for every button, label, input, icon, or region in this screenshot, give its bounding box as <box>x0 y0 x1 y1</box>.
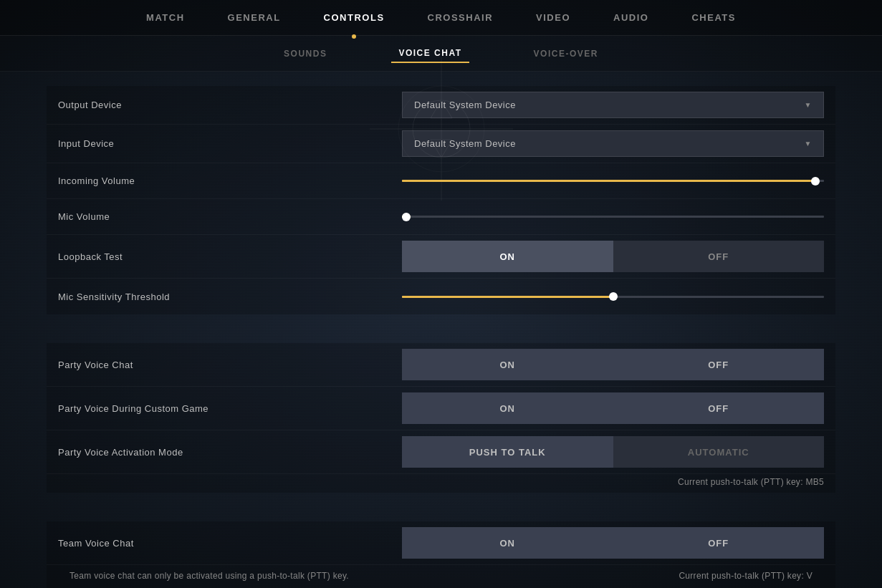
party-voice-activation-label: Party Voice Activation Mode <box>58 447 402 458</box>
nav-video[interactable]: VIDEO <box>514 0 592 36</box>
party-voice-activation-row: Party Voice Activation Mode Push to Talk… <box>47 430 835 474</box>
loopback-test-toggle: On Off <box>402 241 824 272</box>
team-left-info: Team voice chat can only be activated us… <box>58 568 360 587</box>
output-device-arrow: ▼ <box>805 101 812 109</box>
loopback-test-off-btn[interactable]: Off <box>613 241 825 272</box>
mic-volume-label: Mic Volume <box>58 211 402 222</box>
spacer-2 <box>47 507 835 521</box>
subnav-voice-over[interactable]: VOICE-OVER <box>527 45 605 62</box>
incoming-volume-slider[interactable] <box>402 174 824 188</box>
subnav-voice-chat[interactable]: VOICE CHAT <box>391 44 469 63</box>
party-ptt-info: Current push-to-talk (PTT) key: MB5 <box>47 474 835 493</box>
party-voice-activation-control: Push to Talk Automatic <box>402 436 824 468</box>
loopback-test-control: On Off <box>402 241 824 272</box>
output-device-value: Default System Device <box>414 100 516 110</box>
mic-sensitivity-slider[interactable] <box>402 289 824 304</box>
mic-volume-control <box>402 210 824 224</box>
party-voice-custom-game-label: Party Voice During Custom Game <box>58 403 402 414</box>
nav-match[interactable]: MATCH <box>125 0 206 36</box>
team-settings-group: Team Voice Chat On Off Team voice chat c… <box>47 521 835 588</box>
nav-crosshair[interactable]: CROSSHAIR <box>406 0 515 36</box>
party-voice-chat-row: Party Voice Chat On Off <box>47 343 835 387</box>
mic-sensitivity-label: Mic Sensitivity Threshold <box>58 291 402 302</box>
nav-audio[interactable]: AUDIO <box>592 0 670 36</box>
team-voice-chat-on-btn[interactable]: On <box>402 527 613 559</box>
party-voice-custom-game-row: Party Voice During Custom Game On Off <box>47 387 835 430</box>
party-voice-custom-game-off-btn[interactable]: Off <box>613 392 825 424</box>
team-voice-chat-row: Team Voice Chat On Off <box>47 521 835 565</box>
party-voice-activation-toggle: Push to Talk Automatic <box>402 436 824 468</box>
mic-volume-slider[interactable] <box>402 210 824 224</box>
sub-nav: SOUNDS VOICE CHAT VOICE-OVER <box>0 36 882 72</box>
output-device-dropdown[interactable]: Default System Device ▼ <box>402 92 824 118</box>
output-device-label: Output Device <box>58 100 402 110</box>
incoming-volume-track <box>402 180 824 182</box>
page-wrapper: MATCH GENERAL CONTROLS CROSSHAIR VIDEO A… <box>0 0 882 588</box>
party-voice-custom-game-control: On Off <box>402 392 824 424</box>
mic-sensitivity-row: Mic Sensitivity Threshold <box>47 279 835 314</box>
input-device-control: Default System Device ▼ <box>402 130 824 157</box>
mic-sensitivity-thumb[interactable] <box>609 292 618 301</box>
input-device-dropdown[interactable]: Default System Device ▼ <box>402 130 824 157</box>
party-voice-activation-ptt-btn[interactable]: Push to Talk <box>402 436 613 468</box>
loopback-test-on-btn[interactable]: On <box>402 241 613 272</box>
mic-volume-track <box>402 216 824 218</box>
subnav-sounds[interactable]: SOUNDS <box>277 45 334 62</box>
incoming-volume-fill <box>402 180 815 182</box>
mic-volume-thumb[interactable] <box>402 213 411 221</box>
incoming-volume-row: Incoming Volume <box>47 163 835 199</box>
nav-general[interactable]: GENERAL <box>206 0 302 36</box>
team-voice-chat-control: On Off <box>402 527 824 559</box>
party-voice-custom-game-toggle: On Off <box>402 392 824 424</box>
mic-sensitivity-track <box>402 296 824 298</box>
party-voice-custom-game-on-btn[interactable]: On <box>402 392 613 424</box>
incoming-volume-label: Incoming Volume <box>58 175 402 186</box>
loopback-test-row: Loopback Test On Off <box>47 235 835 279</box>
party-voice-activation-auto-btn[interactable]: Automatic <box>613 436 825 468</box>
party-settings-group: Party Voice Chat On Off Party Voice Duri… <box>47 343 835 493</box>
nav-controls[interactable]: CONTROLS <box>302 0 406 36</box>
input-device-row: Input Device Default System Device ▼ <box>47 125 835 163</box>
team-voice-chat-toggle: On Off <box>402 527 824 559</box>
team-voice-chat-off-btn[interactable]: Off <box>613 527 825 559</box>
device-settings-group: Output Device Default System Device ▼ In… <box>47 86 835 314</box>
output-device-row: Output Device Default System Device ▼ <box>47 86 835 125</box>
content-area: Output Device Default System Device ▼ In… <box>0 72 882 588</box>
mic-sensitivity-control <box>402 289 824 304</box>
party-voice-chat-toggle: On Off <box>402 349 824 380</box>
team-right-info: Current push-to-talk (PTT) key: V <box>667 568 824 587</box>
input-device-value: Default System Device <box>414 138 516 149</box>
incoming-volume-thumb[interactable] <box>811 177 820 185</box>
input-device-arrow: ▼ <box>805 140 812 148</box>
mic-volume-row: Mic Volume <box>47 199 835 235</box>
nav-cheats[interactable]: CHEATS <box>670 0 757 36</box>
mic-sensitivity-fill <box>402 296 613 298</box>
loopback-test-label: Loopback Test <box>58 251 402 262</box>
party-voice-chat-label: Party Voice Chat <box>58 360 402 370</box>
output-device-control: Default System Device ▼ <box>402 92 824 118</box>
input-device-label: Input Device <box>58 138 402 149</box>
party-voice-chat-control: On Off <box>402 349 824 380</box>
party-voice-chat-on-btn[interactable]: On <box>402 349 613 380</box>
top-nav: MATCH GENERAL CONTROLS CROSSHAIR VIDEO A… <box>0 0 882 36</box>
incoming-volume-control <box>402 174 824 188</box>
spacer-1 <box>47 329 835 343</box>
team-voice-chat-label: Team Voice Chat <box>58 538 402 549</box>
party-voice-chat-off-btn[interactable]: Off <box>613 349 825 380</box>
team-info-row: Team voice chat can only be activated us… <box>47 565 835 588</box>
